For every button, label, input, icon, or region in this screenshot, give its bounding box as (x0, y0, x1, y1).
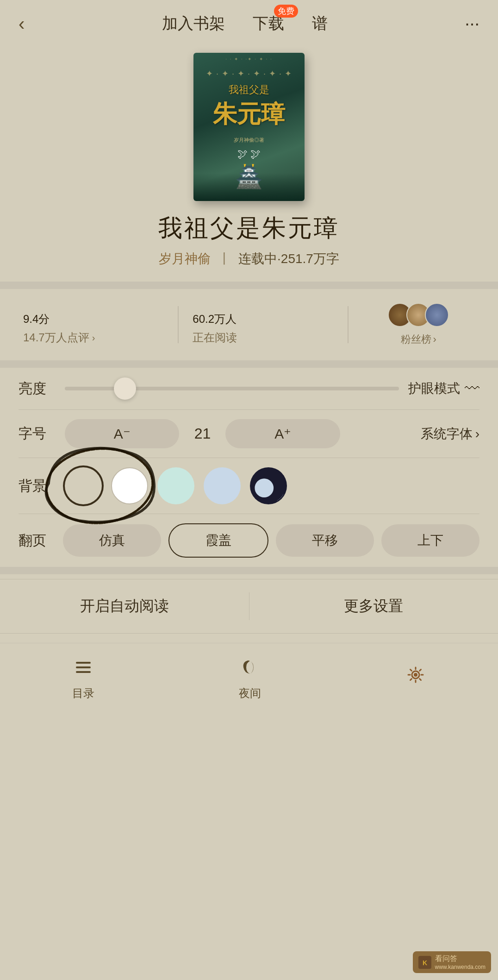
bottom-actions: 开启自动阅读 更多设置 (0, 579, 498, 634)
translate-button[interactable]: 谱 (312, 13, 328, 34)
slider-thumb[interactable] (114, 377, 136, 400)
watermark-icon: K (418, 956, 431, 969)
brightness-row: 亮度 护眼模式 〰 (19, 368, 479, 409)
pageturn-label: 翻页 (19, 531, 56, 550)
font-current-value: 21 (188, 425, 216, 442)
cover-gradient (193, 173, 305, 201)
score-chevron-icon: › (92, 333, 95, 343)
back-button[interactable]: ‹ (19, 13, 25, 34)
book-title: 我祖父是朱元璋 (158, 212, 340, 245)
brightness-label: 亮度 (19, 379, 56, 398)
font-system-chevron-icon: › (475, 427, 479, 441)
pageturn-row: 翻页 仿真 霞盖 平移 上下 (19, 514, 479, 567)
night-label: 夜间 (239, 686, 261, 701)
header-right: ··· (465, 14, 479, 34)
font-system-button[interactable]: 系统字体 › (349, 425, 479, 443)
stat-separator-2 (348, 306, 349, 343)
settings-section: 亮度 护眼模式 〰 字号 A⁻ 21 A⁺ 系统字体 › 背景 (0, 368, 498, 567)
download-button[interactable]: 下载 免费 (253, 13, 284, 34)
bg-mint-option[interactable] (157, 467, 194, 504)
eye-icon: 〰 (465, 380, 479, 397)
free-badge: 免费 (274, 5, 298, 18)
book-meta: 岁月神偷 丨 连载中·251.7万字 (159, 250, 339, 268)
book-status: 连载中·251.7万字 (238, 250, 339, 268)
nav-catalog[interactable]: 目录 (72, 657, 94, 701)
background-row: 背景 (19, 458, 479, 514)
score-label: 14.7万人点评 › (23, 330, 164, 345)
svg-rect-6 (76, 671, 91, 673)
svg-rect-5 (76, 666, 91, 668)
font-increase-button[interactable]: A⁺ (225, 419, 340, 448)
avatar-row (388, 303, 449, 327)
eyecare-toggle[interactable]: 护眼模式 〰 (408, 380, 479, 397)
section-divider-2 (0, 360, 498, 368)
auto-read-button[interactable]: 开启自动阅读 (0, 579, 249, 633)
svg-text:K: K (423, 959, 427, 967)
bg-lightblue-option[interactable] (204, 467, 241, 504)
settings-nav-icon (405, 665, 426, 690)
bg-white-option[interactable] (111, 467, 148, 504)
fans-section[interactable]: 粉丝榜 › (362, 303, 475, 346)
header-center: 加入书架 下载 免费 谱 (162, 13, 328, 34)
catalog-label: 目录 (72, 686, 94, 701)
cover-author-small: 岁月神偷◎著 (234, 137, 264, 144)
more-settings-button[interactable]: 更多设置 (249, 579, 498, 633)
catalog-icon (73, 657, 93, 682)
night-icon (240, 657, 260, 682)
avatar-3 (425, 303, 449, 327)
background-label: 背景 (19, 477, 56, 496)
header: ‹ 加入书架 下载 免费 谱 ··· (0, 0, 498, 44)
score-value: 9.4分 (23, 304, 164, 327)
bg-dark-option[interactable] (250, 467, 287, 504)
readers-stat: 60.2万人 正在阅读 (193, 304, 333, 345)
cover-title: 我祖父是 朱元璋 (208, 79, 290, 134)
font-decrease-button[interactable]: A⁻ (65, 419, 179, 448)
fans-chevron-icon: › (433, 333, 436, 346)
stat-separator (178, 306, 179, 343)
book-author[interactable]: 岁月神偷 (159, 250, 211, 268)
section-divider-1 (0, 282, 498, 289)
svg-rect-4 (76, 662, 91, 664)
book-cover-section: ✦ · ✦ · ✦ · ✦ · ✦ · ✦ 我祖父是 朱元璋 岁月神偷◎著 🕊 … (0, 44, 498, 282)
background-options (65, 467, 287, 504)
score-stat[interactable]: 9.4分 14.7万人点评 › (23, 304, 164, 345)
book-divider: 丨 (218, 250, 231, 268)
watermark: K 看问答 www.kanwenda.com (413, 951, 491, 973)
section-divider-3 (0, 567, 498, 574)
pageturn-shangxia-button[interactable]: 上下 (381, 524, 479, 557)
svg-point-8 (414, 673, 417, 677)
fontsize-row: 字号 A⁻ 21 A⁺ 系统字体 › (19, 410, 479, 458)
fontsize-label: 字号 (19, 424, 56, 443)
spacer (0, 634, 498, 643)
cover-birds: 🕊 🕊 (237, 148, 261, 160)
more-button[interactable]: ··· (465, 14, 479, 34)
bg-beige-option[interactable] (65, 467, 102, 504)
readers-value: 60.2万人 (193, 304, 333, 327)
bottom-nav: 目录 夜间 (0, 643, 498, 710)
fans-label: 粉丝榜 › (401, 333, 436, 346)
nav-night[interactable]: 夜间 (239, 657, 261, 701)
moon-svg (251, 469, 286, 503)
cover-decoration: ✦ · ✦ · ✦ · ✦ · ✦ · ✦ (206, 69, 292, 79)
svg-point-2 (255, 478, 274, 497)
pageturn-xiagei-button[interactable]: 霞盖 (168, 523, 268, 558)
nav-settings[interactable] (405, 665, 426, 693)
brightness-slider[interactable] (65, 377, 399, 400)
pageturn-pingyi-button[interactable]: 平移 (276, 524, 374, 557)
stats-section: 9.4分 14.7万人点评 › 60.2万人 正在阅读 粉丝榜 › (0, 289, 498, 360)
readers-label: 正在阅读 (193, 330, 333, 345)
pageturn-fanzhen-button[interactable]: 仿真 (63, 524, 161, 557)
book-cover-image[interactable]: ✦ · ✦ · ✦ · ✦ · ✦ · ✦ 我祖父是 朱元璋 岁月神偷◎著 🕊 … (193, 53, 305, 201)
watermark-text: 看问答 www.kanwenda.com (435, 954, 486, 970)
add-to-shelf-button[interactable]: 加入书架 (162, 13, 225, 34)
